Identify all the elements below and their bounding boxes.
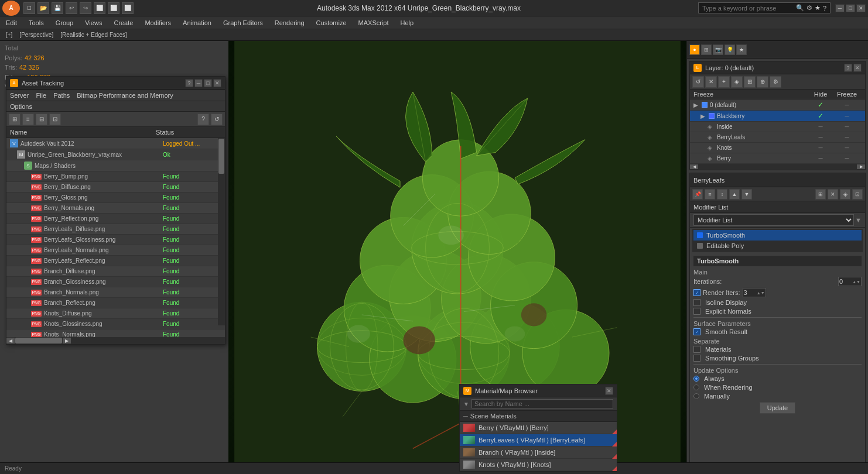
redo-btn[interactable]: ↪ [80, 2, 91, 14]
right-icon-3[interactable]: 📷 [713, 44, 723, 55]
open-btn[interactable]: 📂 [37, 2, 49, 14]
asset-row-maps[interactable]: S Maps / Shaders [6, 160, 225, 171]
mod-stack-editablepoly[interactable]: Editable Poly [693, 241, 862, 251]
layer-row-inside[interactable]: ◈ Inside ─ ─ [690, 122, 865, 132]
menu-modifiers[interactable]: Modifiers [142, 18, 173, 28]
restore-button[interactable]: □ [846, 4, 855, 12]
asset-horizontal-scrollbar[interactable]: ◀ ▶ [6, 337, 225, 344]
menu-animation[interactable]: Animation [180, 18, 214, 28]
modifier-dropdown[interactable]: Modifier List [693, 214, 854, 226]
viewport[interactable]: M Material/Map Browser ✕ ▼ ─ Scene Mater… [228, 41, 686, 474]
ts-iterations-spinner[interactable]: ▲▼ [852, 280, 860, 284]
asset-scrollbar[interactable] [218, 138, 225, 325]
ts-smooth-result-checkbox[interactable]: ✓ [693, 328, 700, 335]
asset-tool-refresh[interactable]: ↺ [211, 114, 223, 125]
asset-tool-2[interactable]: ≡ [22, 114, 34, 125]
layer-row-berryleafs[interactable]: ◈ BerryLeafs ─ ─ [690, 132, 865, 143]
menu-edit[interactable]: Edit [4, 18, 19, 28]
asset-row-berry-bump[interactable]: PNG Berry_Bump.png Found [6, 171, 225, 182]
asset-row-berry-normals[interactable]: PNG Berry_Normals.png Found [6, 203, 225, 214]
mod-icon-down[interactable]: ▼ [741, 189, 752, 200]
right-icon-sphere[interactable]: ● [689, 44, 700, 55]
asset-row-branch-normals[interactable]: PNG Branch_Normals.png Found [6, 287, 225, 298]
asset-minimize-button[interactable]: ─ [194, 79, 203, 87]
minimize-button[interactable]: ─ [835, 4, 845, 12]
asset-row-vault[interactable]: V Autodesk Vault 2012 Logged Out ... [6, 138, 225, 149]
asset-row-berry-gloss[interactable]: PNG Berry_Gloss.png Found [6, 193, 225, 203]
menu-maxscript[interactable]: MAXScript [356, 18, 391, 28]
mod-stack-turbosmooth[interactable]: TurboSmooth [693, 230, 862, 241]
menu-tools[interactable]: Tools [26, 18, 46, 28]
layer-row-berry[interactable]: ◈ Berry ─ ─ [690, 153, 865, 164]
asset-row-branch-reflect[interactable]: PNG Branch_Reflect.png Found [6, 298, 225, 308]
update-button[interactable]: Update [760, 402, 795, 414]
asset-options-label[interactable]: Options [10, 103, 32, 110]
asset-tool-1[interactable]: ⊞ [9, 114, 20, 125]
undo-btn[interactable]: ↩ [66, 2, 77, 14]
mod-icon-r3[interactable]: ◈ [840, 189, 850, 200]
search-extra3[interactable]: ? [823, 5, 826, 12]
ts-isoline-checkbox[interactable] [693, 299, 700, 306]
mod-icon-r1[interactable]: ⊞ [815, 189, 826, 200]
viewport-plus[interactable]: [+] [4, 32, 15, 38]
mat-close-button[interactable]: ✕ [605, 387, 613, 395]
save-btn[interactable]: 💾 [52, 2, 63, 14]
layer-tool-refresh[interactable]: ↺ [692, 76, 704, 88]
ts-explicit-checkbox[interactable] [693, 308, 700, 315]
asset-tool-3[interactable]: ⊟ [36, 114, 47, 125]
menu-customize[interactable]: Customize [314, 18, 349, 28]
mod-icon-pin[interactable]: 📌 [692, 189, 703, 200]
search-extra1[interactable]: ⚙ [807, 4, 812, 12]
asset-row-berryleafs-reflect[interactable]: PNG BerryLeafs_Reflect.png Found [6, 256, 225, 266]
ts-render-iters-value[interactable]: 3 ▲▼ [743, 288, 766, 297]
mat-item-berry[interactable]: Berry ( VRayMtl ) [Berry] [460, 422, 617, 434]
layer-tool-delete[interactable]: ✕ [705, 76, 717, 88]
asset-menu-bitmap[interactable]: Bitmap Performance and Memory [77, 92, 173, 99]
right-icon-2[interactable]: ⊞ [701, 44, 712, 55]
material-section-header[interactable]: ─ Scene Materials [460, 411, 617, 422]
mat-item-berryleaves[interactable]: BerryLeaves ( VRayMtl ) [BerryLeafs] [460, 434, 617, 446]
qa-extra3[interactable]: ⬜ [122, 2, 134, 14]
right-icon-4[interactable]: 💡 [725, 44, 735, 55]
asset-row-knots-normals[interactable]: PNG Knots_Normals.png Found [6, 329, 225, 337]
ts-when-rendering-radio[interactable] [693, 384, 699, 390]
right-icon-5[interactable]: ★ [736, 44, 747, 55]
layer-row-knots[interactable]: ◈ Knots ─ ─ [690, 143, 865, 153]
viewport-perspective[interactable]: [Perspective] [17, 32, 56, 38]
ts-render-spinner[interactable]: ▲▼ [757, 291, 765, 295]
mat-item-knots[interactable]: Knots ( VRayMtl ) [Knots] [460, 459, 617, 471]
menu-help[interactable]: Help [398, 18, 416, 28]
layer-tool-select-obj[interactable]: ⊞ [744, 76, 756, 88]
close-button[interactable]: ✕ [856, 4, 866, 12]
ts-iterations-value[interactable]: 0 ▲▼ [838, 277, 862, 286]
layer-tool-select-layer[interactable]: ◈ [731, 76, 743, 88]
material-search-input[interactable] [471, 399, 613, 408]
viewport-shading[interactable]: [Realistic + Edged Faces] [58, 32, 129, 38]
mod-icon-list[interactable]: ≡ [705, 189, 715, 200]
search-extra2[interactable]: ★ [815, 4, 821, 12]
layers-scroll-right[interactable]: ▶ [857, 164, 865, 169]
menu-views[interactable]: Views [83, 18, 104, 28]
keyword-search-input[interactable] [702, 5, 796, 12]
layers-help-button[interactable]: ? [844, 64, 852, 72]
layer-row-blackberry[interactable]: ▶ Blackberry ✓ ─ [690, 111, 865, 122]
asset-row-berry-reflection[interactable]: PNG Berry_Reflection.png Found [6, 214, 225, 224]
asset-help-button[interactable]: ? [185, 79, 193, 87]
ts-smoothing-groups-checkbox[interactable] [693, 355, 700, 362]
menu-create[interactable]: Create [111, 18, 135, 28]
mod-icon-up[interactable]: ▲ [729, 189, 740, 200]
ts-materials-checkbox[interactable] [693, 346, 700, 353]
asset-close-button[interactable]: ✕ [213, 79, 221, 87]
layer-tool-find[interactable]: ⊕ [757, 76, 768, 88]
layer-tool-settings[interactable]: ⚙ [770, 76, 781, 88]
mod-icon-r4[interactable]: ⊡ [852, 189, 863, 200]
ts-always-radio[interactable] [693, 376, 699, 382]
asset-row-maxfile[interactable]: M Unripe_Green_Blackberry_vray.max Ok [6, 149, 225, 160]
layer-tool-add[interactable]: + [718, 76, 730, 88]
menu-rendering[interactable]: Rendering [272, 18, 307, 28]
asset-restore-button[interactable]: □ [204, 79, 212, 87]
asset-row-knots-diffuse[interactable]: PNG Knots_Diffuse.png Found [6, 308, 225, 319]
qa-extra1[interactable]: ⬜ [94, 2, 105, 14]
asset-menu-paths[interactable]: Paths [53, 92, 70, 99]
asset-row-berry-diffuse[interactable]: PNG Berry_Diffuse.png Found [6, 182, 225, 193]
